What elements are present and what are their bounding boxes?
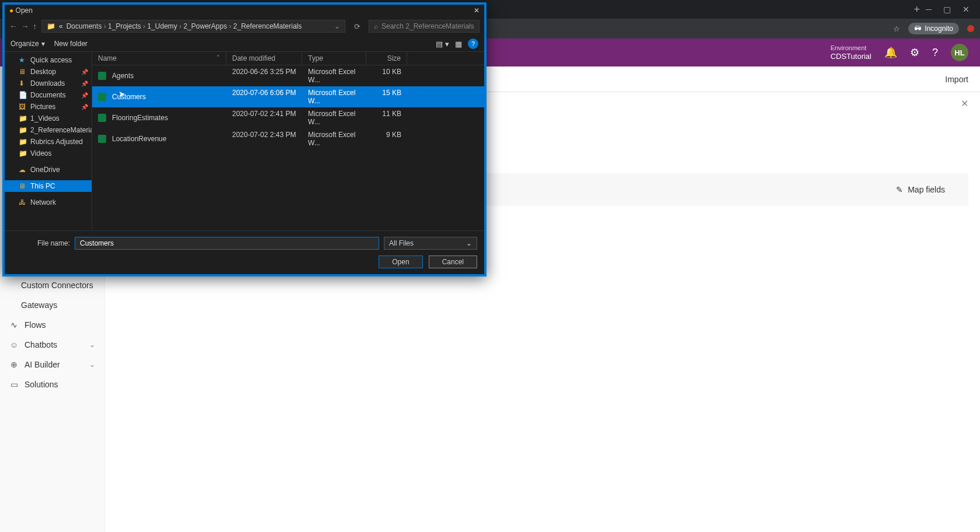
tree-item[interactable]: 🖥This PC — [5, 180, 92, 192]
breadcrumb-segment[interactable]: 2_PowerApps — [183, 22, 227, 30]
breadcrumb-segment[interactable]: 1_Projects — [108, 22, 141, 30]
dialog-footer: File name: All Files ⌄ Open Cancel — [5, 230, 484, 274]
tree-item-label: 1_Videos — [30, 114, 60, 123]
file-name: Customers — [112, 93, 146, 101]
organize-label: Organize — [10, 40, 39, 48]
file-date: 2020-07-02 2:43 PM — [226, 128, 302, 149]
settings-icon[interactable]: ⚙ — [910, 46, 919, 59]
file-date: 2020-07-02 2:41 PM — [226, 107, 302, 128]
file-type: Microsoft Excel W... — [302, 107, 366, 128]
close-window-icon[interactable]: ✕ — [963, 5, 970, 14]
pin-icon: 📌 — [81, 104, 88, 110]
tree-item[interactable]: 📁Rubrics Adjusted — [5, 136, 92, 148]
column-type[interactable]: Type — [302, 52, 366, 65]
cancel-button[interactable]: Cancel — [429, 256, 477, 268]
file-row[interactable]: Agents 2020-06-26 3:25 PM Microsoft Exce… — [92, 65, 484, 86]
breadcrumb-separator-icon: › — [177, 22, 184, 30]
column-name[interactable]: Name ˄ — [92, 52, 226, 65]
nav-solutions[interactable]: ▭ Solutions — [0, 374, 104, 394]
close-panel-icon[interactable]: ✕ — [961, 98, 968, 109]
tree-item-icon: ★ — [19, 56, 27, 64]
organize-button[interactable]: Organize ▾ — [10, 40, 45, 48]
tree-item[interactable]: 📁1_Videos — [5, 113, 92, 124]
forward-icon[interactable]: → — [21, 22, 29, 31]
environment-selector[interactable]: Environment CDSTutorial — [831, 44, 872, 61]
folder-icon: 📁 — [47, 22, 55, 30]
environment-name: CDSTutorial — [831, 52, 872, 61]
breadcrumb-separator-icon: › — [227, 22, 233, 30]
refresh-icon[interactable]: ⟳ — [350, 22, 364, 31]
chevron-down-icon: ⌄ — [89, 341, 95, 349]
dialog-title: Open — [16, 6, 33, 15]
filename-input[interactable] — [75, 237, 379, 250]
nav-chatbots[interactable]: ☺ Chatbots ⌄ — [0, 335, 104, 355]
file-size: 10 KB — [366, 65, 407, 86]
new-folder-button[interactable]: New folder — [54, 40, 88, 48]
dialog-nav: ← → ↑ 📁 « Documents › 1_Projects › 1_Ude… — [5, 16, 484, 36]
help-icon[interactable]: ? — [932, 47, 938, 59]
file-row[interactable]: LocationRevenue 2020-07-02 2:43 PM Micro… — [92, 128, 484, 149]
import-command[interactable]: Import — [945, 75, 968, 84]
tree-item-icon: 📁 — [19, 138, 27, 146]
tree-item-label: Desktop — [30, 68, 56, 76]
search-icon: ⌕ — [374, 22, 378, 30]
file-type: Microsoft Excel W... — [302, 65, 366, 86]
search-placeholder: Search 2_ReferenceMaterials — [382, 22, 474, 30]
dialog-help-icon[interactable]: ? — [468, 38, 478, 49]
view-menu-icon[interactable]: ▤ ▾ — [436, 40, 449, 48]
tree-item-label: Rubrics Adjusted — [30, 138, 83, 146]
tree-item[interactable]: ★Quick access — [5, 54, 92, 66]
tree-item[interactable]: ⬇Downloads📌 — [5, 78, 92, 89]
map-fields-button[interactable]: ✎ Map fields — [896, 185, 968, 194]
file-row[interactable]: FlooringEstimates 2020-07-02 2:41 PM Mic… — [92, 107, 484, 128]
sort-asc-icon: ˄ — [216, 54, 220, 62]
ai-builder-icon: ⊕ — [9, 360, 19, 369]
tree-item[interactable]: 🖧Network — [5, 197, 92, 208]
tree-item-label: Documents — [30, 91, 66, 99]
preview-pane-icon[interactable]: ▦ — [455, 40, 462, 48]
column-size[interactable]: Size — [366, 52, 407, 65]
tree-item[interactable]: ☁OneDrive — [5, 164, 92, 176]
tree-item[interactable]: 📁2_ReferenceMateria — [5, 124, 92, 136]
nav-custom-connectors[interactable]: Custom Connectors — [0, 275, 104, 295]
excel-file-icon — [98, 72, 106, 80]
tree-item-icon: 🖧 — [19, 198, 27, 206]
open-button[interactable]: Open — [379, 256, 422, 268]
chatbots-icon: ☺ — [9, 340, 19, 349]
star-icon[interactable]: ☆ — [893, 24, 900, 33]
tree-item-icon: ☁ — [19, 166, 27, 174]
search-input[interactable]: ⌕ Search 2_ReferenceMaterials — [369, 20, 480, 33]
filetype-label: All Files — [389, 239, 414, 247]
notifications-icon[interactable]: 🔔 — [884, 46, 897, 59]
environment-label: Environment — [831, 44, 872, 52]
tree-item[interactable]: 🖼Pictures📌 — [5, 101, 92, 113]
dialog-close-icon[interactable]: ✕ — [474, 6, 480, 15]
user-avatar[interactable]: HL — [951, 44, 968, 61]
breadcrumb-segment[interactable]: 1_Udemy — [147, 22, 177, 30]
tree-item[interactable]: 📁Videos — [5, 148, 92, 159]
back-icon[interactable]: ← — [9, 22, 18, 31]
breadcrumb-segment[interactable]: 2_ReferenceMaterials — [233, 22, 302, 30]
file-list-header: Name ˄ Date modified Type Size — [92, 52, 484, 65]
nav-gateways[interactable]: Gateways — [0, 295, 104, 315]
maximize-icon[interactable]: ▢ — [943, 5, 951, 14]
file-size: 15 KB — [366, 86, 407, 107]
breadcrumb-segment[interactable]: Documents — [66, 22, 102, 30]
folder-tree: ★Quick access🖥Desktop📌⬇Downloads📌📄Docume… — [5, 52, 92, 230]
minimize-icon[interactable]: ─ — [926, 5, 932, 14]
tree-item[interactable]: 🖥Desktop📌 — [5, 66, 92, 78]
nav-ai-builder[interactable]: ⊕ AI Builder ⌄ — [0, 355, 104, 374]
breadcrumb[interactable]: 📁 « Documents › 1_Projects › 1_Udemy › 2… — [41, 20, 345, 33]
filetype-select[interactable]: All Files ⌄ — [384, 237, 477, 250]
column-date[interactable]: Date modified — [226, 52, 302, 65]
nav-flows[interactable]: ∿ Flows — [0, 315, 104, 335]
tree-item[interactable]: 📄Documents📌 — [5, 89, 92, 101]
new-tab-button[interactable]: + — [908, 4, 926, 16]
up-icon[interactable]: ↑ — [33, 22, 37, 31]
file-row[interactable]: Customers 2020-07-06 6:06 PM Microsoft E… — [92, 86, 484, 107]
tree-item-label: Quick access — [30, 56, 72, 64]
notification-dot-icon[interactable] — [967, 25, 974, 32]
map-fields-label: Map fields — [908, 185, 945, 194]
chevron-down-icon: ⌄ — [466, 239, 472, 247]
pin-icon: 📌 — [81, 92, 88, 99]
